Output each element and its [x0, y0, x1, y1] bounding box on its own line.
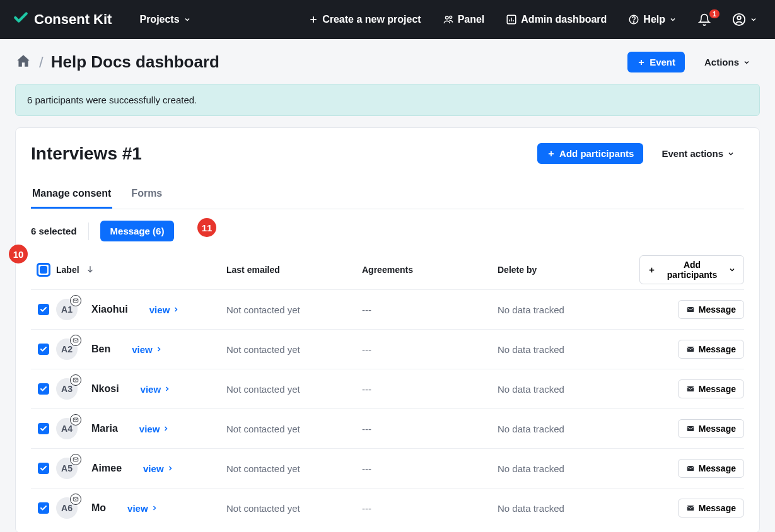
envelope-icon [70, 494, 81, 505]
table-row: A1 Xiaohui view Not contacted yet --- No… [31, 289, 744, 329]
agreements-cell: --- [362, 503, 498, 514]
chevron-down-icon [750, 16, 757, 23]
brand-name: Consent Kit [34, 11, 112, 28]
sort-down-icon[interactable] [86, 265, 95, 275]
table-row: A6 Mo view Not contacted yet --- No data… [31, 488, 744, 528]
success-alert: 6 participants were successfully created… [15, 84, 760, 116]
table-row: A2 Ben view Not contacted yet --- No dat… [31, 329, 744, 369]
user-circle-icon [732, 13, 746, 26]
row-checkbox[interactable] [38, 463, 49, 474]
svg-rect-24 [687, 386, 694, 391]
svg-rect-28 [687, 466, 694, 471]
table-row: A5 Aimee view Not contacted yet --- No d… [31, 448, 744, 488]
row-message-button[interactable]: Message [678, 419, 744, 438]
view-link[interactable]: view [149, 304, 180, 315]
tab-forms[interactable]: Forms [130, 182, 163, 209]
row-checkbox[interactable] [38, 502, 49, 514]
page-title: Help Docs dashboard [51, 52, 219, 72]
annotation-10: 10 [9, 245, 28, 263]
annotation-11: 11 [197, 218, 216, 237]
row-checkbox[interactable] [38, 383, 49, 395]
delete-by-cell: No data tracked [498, 304, 639, 315]
tab-manage-consent[interactable]: Manage consent [31, 182, 112, 209]
delete-by-cell: No data tracked [498, 463, 639, 474]
row-message-button[interactable]: Message [678, 340, 744, 359]
row-checkbox[interactable] [38, 304, 49, 315]
participant-name: Ben [91, 344, 110, 355]
row-message-button[interactable]: Message [678, 300, 744, 319]
svg-rect-30 [687, 506, 694, 511]
avatar: A5 [56, 458, 78, 479]
participant-name: Nkosi [91, 383, 119, 395]
help-icon [628, 14, 639, 25]
view-link[interactable]: view [132, 344, 163, 355]
envelope-icon [70, 374, 81, 386]
last-emailed-cell: Not contacted yet [226, 503, 362, 514]
chevron-down-icon [728, 266, 736, 274]
svg-rect-26 [687, 426, 694, 431]
bulk-message-button[interactable]: Message (6) [100, 221, 175, 241]
table-row: A3 Nkosi view Not contacted yet --- No d… [31, 369, 744, 408]
svg-point-3 [450, 16, 452, 18]
participants-table: Label Last emailed Agreements Delete by … [31, 250, 744, 528]
last-emailed-cell: Not contacted yet [226, 344, 362, 355]
svg-rect-20 [687, 307, 694, 312]
nav-create-project[interactable]: Create a new project [303, 14, 426, 25]
delete-by-cell: No data tracked [498, 384, 639, 395]
logo-mark-icon [13, 9, 29, 30]
home-icon[interactable] [15, 53, 32, 72]
chevron-down-icon [184, 16, 191, 23]
brand-logo[interactable]: Consent Kit [13, 9, 112, 30]
col-delete-by[interactable]: Delete by [498, 265, 639, 275]
row-message-button[interactable]: Message [678, 499, 744, 518]
last-emailed-cell: Not contacted yet [226, 304, 362, 315]
users-icon [443, 14, 454, 25]
envelope-icon [70, 414, 81, 425]
delete-by-cell: No data tracked [498, 424, 639, 434]
event-actions-dropdown[interactable]: Event actions [652, 143, 744, 164]
col-agreements[interactable]: Agreements [362, 265, 498, 275]
row-message-button[interactable]: Message [678, 379, 744, 398]
row-checkbox[interactable] [38, 344, 49, 355]
svg-point-2 [445, 16, 448, 20]
view-link[interactable]: view [127, 503, 158, 514]
table-header: Label Last emailed Agreements Delete by … [31, 250, 744, 289]
last-emailed-cell: Not contacted yet [226, 384, 362, 395]
chart-icon [506, 14, 517, 25]
bulk-toolbar: 6 selected Message (6) 11 10 [31, 221, 744, 241]
nav-panel[interactable]: Panel [438, 14, 490, 25]
tabs: Manage consent Forms [31, 182, 744, 209]
notification-badge: 1 [709, 9, 720, 18]
chevron-down-icon [727, 150, 735, 158]
nav-account[interactable] [727, 13, 762, 26]
nav-projects[interactable]: Projects [131, 14, 199, 25]
nav-admin[interactable]: Admin dashboard [501, 14, 612, 25]
last-emailed-cell: Not contacted yet [226, 463, 362, 474]
chevron-down-icon [669, 16, 677, 23]
view-link[interactable]: view [141, 384, 172, 395]
new-event-button[interactable]: Event [627, 52, 685, 72]
participant-name: Mo [91, 502, 106, 514]
actions-dropdown[interactable]: Actions [695, 52, 760, 72]
row-message-button[interactable]: Message [678, 459, 744, 478]
col-last-emailed[interactable]: Last emailed [226, 265, 362, 275]
row-checkbox[interactable] [38, 423, 49, 434]
view-link[interactable]: view [139, 424, 170, 434]
plus-icon [637, 58, 646, 67]
divider [88, 223, 89, 240]
top-nav: Consent Kit Projects Create a new projec… [0, 0, 775, 39]
avatar: A4 [56, 418, 78, 439]
plus-icon [648, 266, 656, 274]
col-label[interactable]: Label [56, 265, 79, 275]
event-card: Interviews #1 Add participants Event act… [15, 127, 760, 532]
nav-help[interactable]: Help [623, 14, 682, 25]
view-link[interactable]: view [143, 463, 174, 474]
breadcrumb: / Help Docs dashboard Event Actions [15, 52, 760, 72]
select-all-checkbox[interactable] [37, 263, 50, 277]
bell-icon [698, 13, 711, 26]
agreements-cell: --- [362, 384, 498, 395]
add-participants-button[interactable]: Add participants [537, 143, 643, 164]
avatar: A6 [56, 497, 78, 519]
add-participants-dropdown[interactable]: Add participants [639, 255, 744, 284]
nav-notifications[interactable]: 1 [693, 13, 716, 26]
